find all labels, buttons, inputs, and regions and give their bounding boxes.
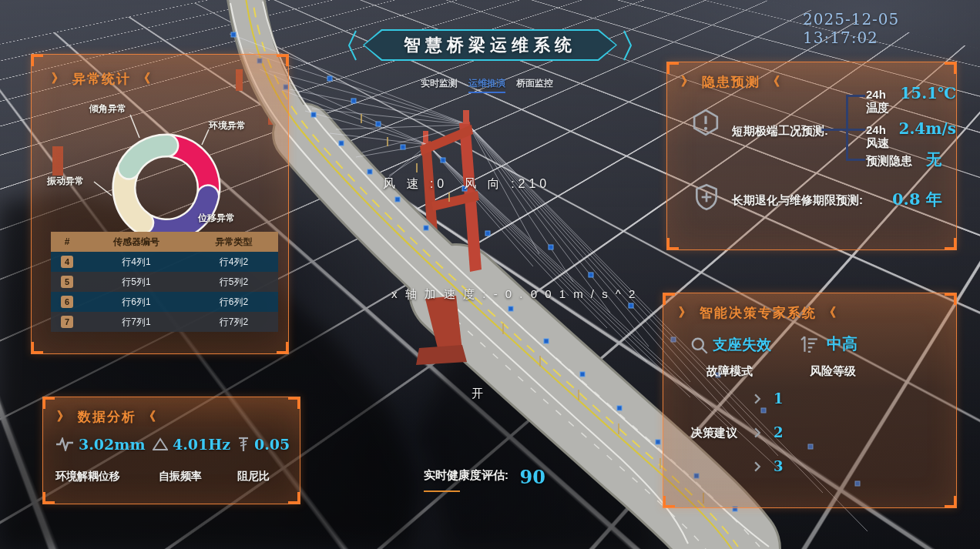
tab-deck-monitoring[interactable]: 桥面监控 [516,77,553,93]
chevron-right-icon [754,393,761,404]
metric-damping: 0.05 阻尼比 [237,436,299,484]
table-row[interactable]: 5 行5列1 行5列2 [51,272,278,292]
suggestion-number: 3 [774,458,784,474]
row-type: 行4列2 [190,256,278,269]
wind-readout: 风 速 :0 风 向 :210 [383,176,550,192]
health-value: 90 [519,466,545,488]
metric-label: 阻尼比 [237,470,299,484]
chevron-right-icon [754,461,761,472]
temp-value: 15.1℃ [900,84,956,102]
chevron-right-icon [754,427,761,438]
metric-frequency: 4.01Hz 自振频率 [153,436,237,484]
health-underline [424,490,460,492]
row-type: 行7列2 [190,316,278,329]
bridge-dashboard: 风 速 :0 风 向 :210 x 轴 加 速 度 : - 0 . 0 0 1 … [0,0,980,549]
waveform-icon [55,437,74,451]
anomaly-statistics-panel: 》 异常统计 《 倾角异常 环境异常 振动异常 位移异常 # 传感器编号 异常类… [31,54,289,354]
title-banner-inner: 智慧桥梁运维系统 [364,31,616,59]
warning-hexagon-icon [692,109,720,136]
long-term-label: 长期退化与维修期限预测: [732,193,863,208]
tab-realtime-monitoring[interactable]: 实时监测 [421,77,458,93]
metric-value: 4.01Hz [173,436,230,453]
banner-right-chevron-icon [623,30,633,61]
health-assessment: 实时健康度评估: 90 [424,466,545,488]
suggestions-label: 决策建议 [691,426,737,440]
header-deco-right: 《 [824,305,837,321]
metric-label: 自振频率 [159,470,237,484]
hazard-value: 无 [926,149,941,170]
shield-plus-icon [692,182,721,212]
donut-label-displacement: 位移异常 [198,212,235,225]
row-sensor: 行7列1 [83,316,190,329]
row-sensor: 行5列1 [83,276,190,289]
short-term-label: 短期极端工况预测: [732,124,828,139]
metric-value: 0.05 [254,436,290,453]
risk-level-label: 风险等级 [810,364,856,379]
title-banner: 智慧桥梁运维系统 [363,29,617,61]
col-header-sensor: 传感器编号 [83,236,190,249]
gate-label: 开 [472,387,483,401]
decision-panel-title: 智能决策专家系统 [700,304,817,322]
suggestion-number: 1 [774,390,784,407]
triangle-icon [153,437,168,451]
metric-displacement: 3.02mm 环境解耦位移 [55,436,146,484]
metric-value: 3.02mm [79,436,145,453]
suggestion-item[interactable]: 3 [754,458,784,474]
sort-descending-icon [800,335,819,353]
row-index-badge: 6 [61,296,73,308]
col-header-index: # [51,236,83,247]
active-tab-underline [468,92,505,93]
long-term-value: 0.8 年 [892,189,942,210]
bracket-line-stub [848,129,865,131]
anomaly-table-header-row: # 传感器编号 异常类型 [51,232,278,252]
fault-mode-value: 支座失效 [713,335,771,355]
acceleration-readout: x 轴 加 速 度 : - 0 . 0 0 1 m / s ^ 2 [391,287,637,302]
col-header-type: 异常类型 [190,236,278,249]
hazard-panel-title: 隐患预测 [702,73,760,91]
suggestion-number: 2 [774,424,784,440]
forecast-hazard: 预测隐患 无 [866,149,941,170]
wind-value: 2.4m/s [898,119,956,138]
suggestion-item[interactable]: 2 [754,424,784,440]
anomaly-table: # 传感器编号 异常类型 4 行4列1 行4列2 5 行5列1 行5列2 6 行… [51,232,278,332]
tab-om-simulation[interactable]: 运维推演 [468,77,505,93]
decision-expert-panel: 》 智能决策专家系统 《 支座失效 故障模式 中高 风险等级 决策建议 1 2 [663,293,957,508]
header-deco-right: 《 [138,71,152,87]
header-deco-left: 》 [52,71,65,87]
tab-om-simulation-label: 运维推演 [468,78,505,89]
donut-label-environment: 环境异常 [209,119,246,132]
risk-level-value: 中高 [827,333,858,354]
app-title: 智慧桥梁运维系统 [404,34,576,57]
donut-label-tilt: 倾角异常 [89,102,126,115]
bracket-line-stub [848,95,865,97]
bracket-line-vertical [846,95,848,161]
analysis-panel-title: 数据分析 [78,408,136,426]
hazard-prediction-panel: 》 隐患预测 《 短期极端工况预测: 24h温度 15.1℃ 24h风速 2.4… [666,62,957,250]
row-sensor: 行6列1 [83,296,190,309]
hazard-label: 预测隐患 [866,154,912,169]
metric-label: 环境解耦位移 [55,470,146,484]
row-type: 行6列2 [190,296,278,309]
row-sensor: 行4列1 [83,256,190,269]
search-icon [690,336,710,356]
view-tabs: 实时监测 运维推演 桥面监控 [421,77,553,93]
table-row[interactable]: 7 行7列1 行7列2 [51,312,278,332]
table-row[interactable]: 6 行6列1 行6列2 [51,292,278,312]
data-analysis-panel: 》 数据分析 《 3.02mm 环境解耦位移 4.01Hz 自振频率 [42,397,300,504]
suggestion-item[interactable]: 1 [754,390,784,407]
header-deco-left: 》 [57,409,71,425]
table-row[interactable]: 4 行4列1 行4列2 [51,252,278,272]
row-index-badge: 5 [61,276,73,288]
fault-mode-label: 故障模式 [706,364,753,379]
row-index-badge: 7 [61,316,73,328]
damper-icon [237,437,250,452]
header-deco-left: 》 [679,305,693,321]
header-deco-right: 《 [767,74,781,90]
anomaly-panel-title: 异常统计 [72,70,131,88]
temp-label: 24h温度 [866,88,894,115]
forecast-temperature: 24h温度 15.1℃ [866,84,956,115]
wind-label: 24h风速 [866,123,892,151]
forecast-wind: 24h风速 2.4m/s [866,119,956,151]
donut-label-vibration: 振动异常 [47,175,84,188]
row-index-badge: 4 [61,256,73,268]
